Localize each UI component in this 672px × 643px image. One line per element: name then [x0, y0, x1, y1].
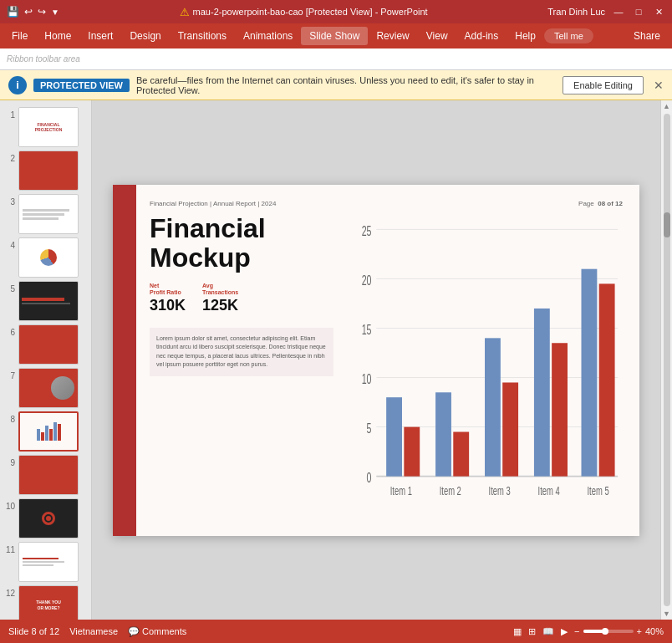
svg-text:Item 2: Item 2 — [440, 483, 461, 498]
language-indicator: Vietnamese — [69, 626, 118, 636]
title-bar: 💾 ↩ ↪ ▼ ⚠ mau-2-powerpoint-bao-cao [Prot… — [0, 0, 672, 23]
zoom-level: 40% — [645, 626, 664, 636]
menu-home[interactable]: Home — [36, 27, 79, 45]
comments-button[interactable]: 💬 Comments — [128, 626, 186, 637]
menu-insert[interactable]: Insert — [79, 27, 121, 45]
zoom-bar: − + 40% — [574, 626, 664, 636]
bar-chart: 25 20 15 10 5 0 — [347, 214, 623, 523]
lorem-text: Lorem ipsum dolor sit amet, consectetur … — [150, 328, 333, 376]
scroll-down-icon[interactable]: ▼ — [663, 610, 670, 618]
right-scrollbar-panel: ▲ ▼ — [660, 100, 672, 620]
protected-view-message: Be careful—files from the Internet can c… — [136, 75, 556, 95]
menu-review[interactable]: Review — [368, 27, 417, 45]
status-bar-right: ▦ ⊞ 📖 ▶ − + 40% — [513, 626, 664, 637]
slide-thumbnail-9[interactable]: 9 — [5, 455, 86, 495]
zoom-in-button[interactable]: + — [637, 626, 642, 636]
slide-thumbnail-2[interactable]: 2 — [5, 151, 86, 191]
svg-text:Item 4: Item 4 — [538, 483, 560, 498]
bar-item1-red — [404, 426, 420, 476]
slide-thumbnail-1[interactable]: 1 FINANCIALPROJECTION — [5, 107, 86, 147]
slide-panel: 1 FINANCIALPROJECTION 2 3 — [0, 100, 92, 620]
ribbon-toolbar: Ribbon toolbar area — [0, 48, 672, 70]
menu-design[interactable]: Design — [121, 27, 169, 45]
bar-item2-red — [453, 431, 469, 476]
slide-thumbnail-8[interactable]: 8 — [5, 411, 86, 452]
share-button[interactable]: Share — [625, 27, 669, 45]
menu-animations[interactable]: Animations — [235, 27, 301, 45]
menu-help[interactable]: Help — [507, 27, 544, 45]
save-icon[interactable]: 💾 — [7, 6, 19, 18]
slide-thumbnail-4[interactable]: 4 — [5, 237, 86, 278]
slide-thumbnail-3[interactable]: 3 — [5, 194, 86, 234]
menu-addins[interactable]: Add-ins — [456, 27, 507, 45]
zoom-out-button[interactable]: − — [574, 626, 579, 636]
slide-thumbnail-5[interactable]: 5 — [5, 281, 86, 321]
title-bar-user: Tran Dinh Luc — □ ✕ — [547, 5, 665, 18]
menu-slideshow[interactable]: Slide Show — [301, 27, 368, 45]
bar-item3-blue — [485, 338, 501, 476]
svg-text:0: 0 — [367, 469, 372, 485]
undo-icon[interactable]: ↩ — [24, 6, 33, 18]
ribbon-placeholder: Ribbon toolbar area — [7, 54, 80, 64]
svg-text:20: 20 — [362, 272, 372, 288]
enable-editing-button[interactable]: Enable Editing — [563, 76, 644, 94]
slide-thumbnail-10[interactable]: 10 — [5, 498, 86, 538]
minimize-button[interactable]: — — [612, 5, 625, 18]
slide-thumbnail-11[interactable]: 11 — [5, 542, 86, 582]
metric-profit-value: 310K — [150, 297, 186, 314]
reading-view-icon[interactable]: 📖 — [542, 626, 554, 637]
canvas-area: Financial Projection | Annual Report | 2… — [92, 100, 660, 620]
close-button[interactable]: ✕ — [652, 5, 665, 18]
bar-item2-blue — [435, 392, 451, 476]
slide-info: Slide 8 of 12 — [8, 626, 59, 636]
bar-item5-red — [599, 283, 615, 476]
chart-area: 25 20 15 10 5 0 — [347, 214, 623, 523]
svg-text:Item 3: Item 3 — [489, 483, 511, 498]
protected-view-bar: i PROTECTED VIEW Be careful—files from t… — [0, 70, 672, 100]
title-bar-controls-left[interactable]: 💾 ↩ ↪ ▼ — [7, 6, 59, 18]
menu-transitions[interactable]: Transitions — [170, 27, 235, 45]
status-bar-left: Slide 8 of 12 Vietnamese 💬 Comments — [8, 626, 186, 637]
bar-item4-blue — [534, 308, 550, 476]
metric-profit: NetProfit Ratio 310K — [150, 283, 186, 314]
redo-icon[interactable]: ↪ — [38, 6, 46, 18]
slide-title: Financial Mockup — [150, 214, 333, 273]
slide-thumbnail-12[interactable]: 12 THANK YOUOR MORE? — [5, 585, 86, 620]
slide-page-indicator: Page 08 of 12 — [578, 200, 623, 207]
user-name: Tran Dinh Luc — [547, 7, 605, 17]
maximize-button[interactable]: □ — [632, 5, 645, 18]
slide-body: Financial Mockup NetProfit Ratio 310K Av… — [150, 214, 623, 523]
slide-thumbnail-7[interactable]: 7 — [5, 368, 86, 408]
slide-thumbnail-6[interactable]: 6 — [5, 324, 86, 365]
slide-header-text: Financial Projection | Annual Report | 2… — [150, 200, 276, 207]
menu-file[interactable]: File — [3, 27, 36, 45]
metric-profit-label: NetProfit Ratio — [150, 283, 186, 297]
bar-item1-blue — [386, 397, 402, 476]
slide-accent-bar — [113, 185, 136, 536]
slide-right-column: 25 20 15 10 5 0 — [347, 214, 623, 523]
title-bar-title: ⚠ mau-2-powerpoint-bao-cao [Protected Vi… — [180, 6, 428, 18]
slide-sorter-icon[interactable]: ⊞ — [528, 626, 536, 637]
metric-transactions: AvgTransactions 125K — [202, 283, 238, 314]
tell-me-input[interactable]: Tell me — [544, 28, 593, 43]
svg-text:25: 25 — [362, 222, 372, 238]
slide-left-column: Financial Mockup NetProfit Ratio 310K Av… — [150, 214, 333, 523]
slide-content: Financial Projection | Annual Report | 2… — [136, 185, 639, 536]
menu-bar: File Home Insert Design Transitions Anim… — [0, 23, 672, 48]
warning-triangle-icon: ⚠ — [180, 6, 190, 18]
protected-bar-close-icon[interactable]: ✕ — [654, 79, 664, 92]
metrics-row: NetProfit Ratio 310K AvgTransactions 125… — [150, 283, 333, 314]
bar-item3-red — [502, 382, 518, 476]
metric-transactions-label: AvgTransactions — [202, 283, 238, 297]
protected-shield-icon: i — [8, 76, 27, 94]
svg-text:10: 10 — [362, 370, 372, 386]
svg-text:15: 15 — [362, 321, 372, 337]
scroll-up-icon[interactable]: ▲ — [663, 102, 670, 110]
presenter-view-icon[interactable]: ▶ — [561, 626, 568, 637]
customize-icon[interactable]: ▼ — [51, 8, 59, 17]
main-layout: 1 FINANCIALPROJECTION 2 3 — [0, 100, 672, 620]
menu-view[interactable]: View — [418, 27, 456, 45]
protected-view-label: PROTECTED VIEW — [33, 79, 130, 92]
normal-view-icon[interactable]: ▦ — [513, 626, 522, 637]
comments-icon: 💬 — [128, 626, 140, 637]
